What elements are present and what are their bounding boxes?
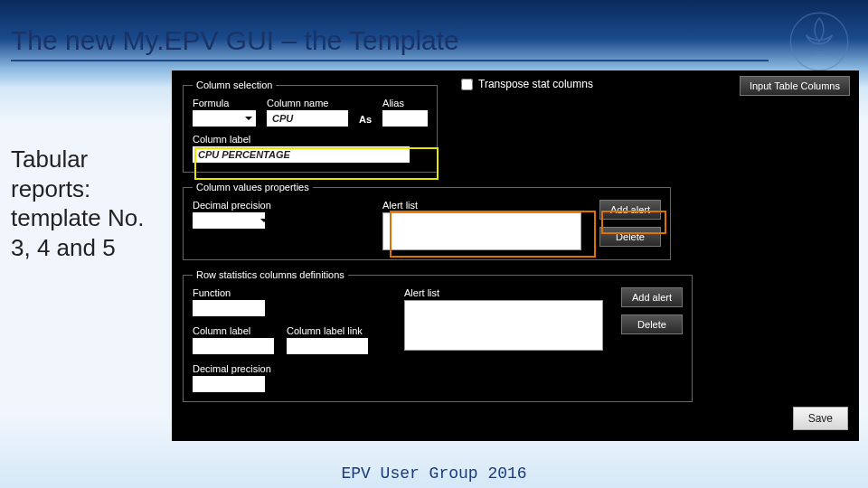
transpose-input[interactable] [461,79,473,90]
column-name-value[interactable]: CPU [267,110,348,127]
group-column-values: Column values properties Decimal precisi… [183,182,671,260]
alert-list-box[interactable] [382,212,581,250]
group-column-selection: Column selection Formula Column name CPU… [183,80,438,173]
alias-input[interactable] [382,110,428,127]
column-label-value[interactable]: CPU PERCENTAGE [193,146,410,163]
label-rs-alert-list: Alert list [404,287,603,298]
app-panel: Transpose stat columns Input Table Colum… [172,70,859,441]
function-select[interactable] [193,300,265,316]
legend-column-values: Column values properties [193,182,313,192]
rs-alert-list-box[interactable] [404,300,603,351]
label-alias: Alias [382,98,428,108]
decimal-precision-select[interactable] [193,212,265,229]
rs-column-label-link-input[interactable] [287,338,368,354]
transpose-label: Transpose stat columns [478,78,593,90]
rs-decimal-select[interactable] [193,376,265,392]
side-description: Tabular reports: template No. 3, 4 and 5 [11,145,160,262]
legend-row-stats: Row statistics columns definitions [193,269,348,280]
transpose-checkbox[interactable]: Transpose stat columns [461,78,593,90]
save-button[interactable]: Save [793,407,848,430]
rs-delete-button[interactable]: Delete [621,314,683,334]
formula-select[interactable] [193,110,256,127]
label-rs-column-label-link: Column label link [287,325,368,336]
input-table-columns-button[interactable]: Input Table Columns [740,76,850,96]
emblem-icon [787,9,852,74]
rs-add-alert-button[interactable]: Add alert [621,287,683,307]
footer-text: EPV User Group 2016 [0,465,868,483]
label-function: Function [193,287,368,298]
rs-column-label-input[interactable] [193,338,274,354]
label-rs-column-label: Column label [193,325,274,336]
slide-title: The new My.EPV GUI – the Template [11,25,769,56]
as-label: As [359,114,372,127]
label-alert-list: Alert list [382,200,581,211]
title-bar: The new My.EPV GUI – the Template [11,25,769,61]
group-row-stats: Row statistics columns definitions Funct… [183,269,693,402]
label-formula: Formula [193,98,256,108]
label-rs-decimal: Decimal precision [193,363,368,374]
label-decimal-precision: Decimal precision [193,200,271,211]
label-column-label: Column label [193,134,428,145]
delete-button[interactable]: Delete [599,227,661,247]
label-column-name: Column name [267,98,348,108]
add-alert-button[interactable]: Add alert [599,200,661,220]
legend-column-selection: Column selection [193,80,276,90]
